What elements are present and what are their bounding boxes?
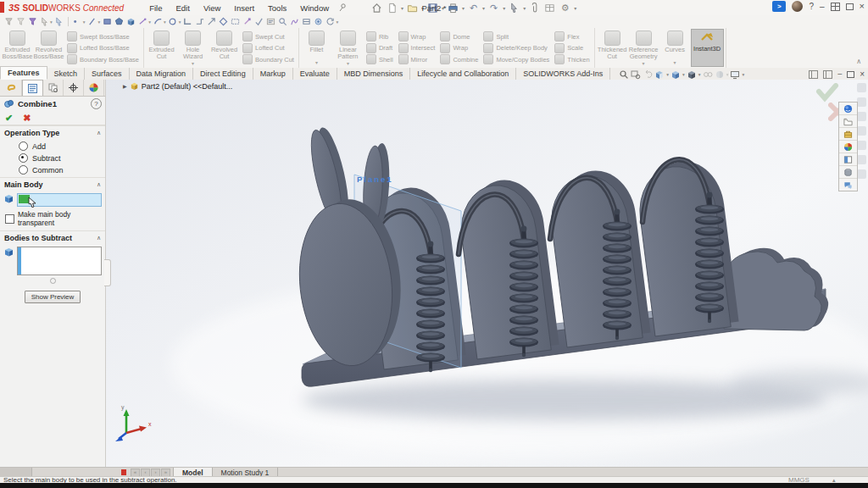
menu-view[interactable]: View [197,2,227,14]
radio-subtract-circle[interactable] [19,153,28,163]
main-body-section-header[interactable]: Main Body ∧ [0,177,105,191]
plane-label[interactable]: Plane1 [357,175,393,184]
display-manager-tab[interactable] [84,80,104,96]
ok-check-button[interactable]: ✔ [5,113,13,124]
swept-boss-base-button[interactable]: Swept Boss/Base [67,31,139,42]
options-gear-icon[interactable]: ⚙ [558,2,572,14]
sketch-polygon-icon[interactable] [113,17,125,27]
revolved-boss-base-button[interactable]: Revolved Boss/Base [33,29,64,67]
layout-grid-button[interactable] [831,3,840,11]
sketch-offset-icon[interactable] [218,17,230,27]
save-icon[interactable] [426,2,440,14]
configuration-manager-tab[interactable] [43,80,64,96]
extruded-boss-base-button[interactable]: Extruded Boss/Base [2,29,33,67]
attachments-icon[interactable] [527,2,542,14]
move-copy-bodies-button[interactable]: Move/Copy Bodies [483,54,549,64]
menu-insert[interactable]: Insert [227,2,261,14]
select-icon[interactable] [507,2,521,14]
restore-button[interactable] [846,3,854,10]
wrap-button[interactable]: Wrap [398,31,436,42]
3dexperience-launcher-icon[interactable]: > [772,1,786,12]
tree-root-label[interactable]: Part2 (Default) <<Default... [142,82,233,91]
nav-first-button[interactable]: « [131,469,140,477]
filter-vertices-icon[interactable] [14,17,26,27]
sketch-arc-icon[interactable] [152,17,164,27]
filter-edges-icon[interactable] [26,17,38,27]
select-tool-icon[interactable] [53,17,65,27]
dimxpert-manager-tab[interactable] [64,80,84,96]
extruded-cut-button[interactable]: Extruded Cut [146,29,177,67]
appearances-icon[interactable] [715,69,725,80]
doc-minimize-button[interactable]: – [837,69,842,80]
sketch-section-icon[interactable] [301,17,313,27]
radio-common-circle[interactable] [19,165,28,175]
make-transparent-checkbox-row[interactable]: Make main body transparent [5,210,105,227]
hole-wizard-button[interactable]: Hole Wizard ▾ [177,29,209,67]
split-pane-2-icon[interactable] [823,70,832,79]
sketch-line-icon[interactable] [86,17,98,27]
combine-button[interactable]: Combine [440,54,478,64]
menu-file[interactable]: File [142,2,169,14]
open-icon[interactable] [405,2,420,14]
print-icon[interactable] [446,2,460,14]
bodies-to-subtract-list[interactable] [17,247,102,275]
linear-pattern-button[interactable]: Linear Pattern ▾ [332,29,364,67]
sketch-circle-icon[interactable] [167,17,179,27]
filter-faces-icon[interactable] [38,17,50,27]
3d-model[interactable]: Plane1 [106,80,868,467]
shell-button[interactable]: Shell [366,54,393,64]
pin-menu-icon[interactable] [337,3,348,13]
design-library-icon[interactable] [839,115,857,128]
3dexperience-icon[interactable] [839,103,857,115]
radio-common[interactable]: Common [19,165,105,175]
panel-splitter-handle[interactable] [104,259,111,286]
close-button[interactable]: × [860,1,865,12]
radio-add-circle[interactable] [19,141,28,151]
dome-button[interactable]: Dome [440,31,478,42]
thickened-cut-button[interactable]: Thickened Cut [597,29,628,67]
help-circle-icon[interactable]: ? [91,98,102,109]
bodies-to-subtract-section-header[interactable]: Bodies to Subtract ∧ [0,230,105,244]
section-view-icon[interactable] [654,69,665,80]
reference-geometry-button[interactable]: Reference Geometry ▾ [628,29,659,67]
graphics-viewport[interactable]: Plane1 ▶ Part2 (Default) <<Default... [106,80,868,467]
cancel-x-button[interactable]: ✖ [23,113,31,124]
forum-icon[interactable] [839,179,857,191]
zoom-icon[interactable] [619,69,629,80]
tab-direct-editing[interactable]: Direct Editing [193,68,253,80]
nav-last-button[interactable]: » [161,469,170,477]
sketch-point-icon[interactable] [71,17,83,27]
rib-button[interactable]: Rib [366,31,393,42]
sketch-corner-icon[interactable] [182,17,194,27]
previous-view-icon[interactable] [643,69,653,80]
delete-keep-body-button[interactable]: Delete/Keep Body [483,43,549,53]
sketch-slot-icon[interactable] [136,17,148,27]
lofted-boss-base-button[interactable]: Lofted Boss/Base [67,43,139,53]
sketch-view-icon[interactable] [313,17,325,27]
menu-edit[interactable]: Edit [170,2,197,14]
menu-tools[interactable]: Tools [261,2,293,14]
sketch-trim-icon[interactable] [194,17,206,27]
sketch-text-icon[interactable] [265,17,277,27]
sketch-measure-icon[interactable] [277,17,289,27]
operation-type-section-header[interactable]: Operation Type ∧ [0,125,105,139]
sketch-mirror-icon[interactable] [230,17,242,27]
curves-button[interactable]: Curves ▾ [659,29,691,67]
wrap2-button[interactable]: Wrap [440,43,478,53]
tab-markup[interactable]: Markup [253,68,293,80]
doc-restore-button[interactable] [847,71,854,78]
tab-solidworks-addins[interactable]: SOLIDWORKS Add-Ins [516,68,610,80]
view-settings-icon[interactable] [730,69,740,80]
user-avatar[interactable] [792,1,803,12]
help-icon[interactable]: ? [809,2,814,11]
appearances-scenes-icon[interactable] [839,141,857,153]
confirm-ok-icon[interactable] [819,86,836,98]
undo-icon[interactable]: ↶ [466,2,481,14]
swept-cut-button[interactable]: Swept Cut [242,31,294,42]
sketch-rotate-icon[interactable] [325,17,337,27]
flex-button[interactable]: Flex [554,31,589,42]
scale-button[interactable]: Scale [554,43,589,53]
intersect-button[interactable]: Intersect [398,43,436,53]
nav-next-button[interactable]: › [151,469,160,477]
view-orientation-icon[interactable] [670,69,681,80]
